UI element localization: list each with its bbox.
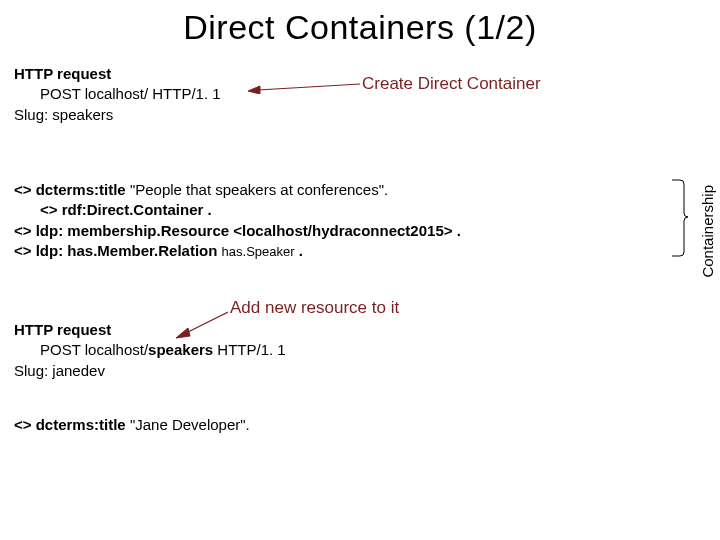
bracket-icon <box>672 178 688 258</box>
body1-line4: <> ldp: has.Member.Relation has.Speaker … <box>14 242 303 259</box>
req1-heading: HTTP request <box>14 65 111 82</box>
body1-line2: <> rdf:Direct.Container . <box>14 200 212 220</box>
containership-label: Containership <box>699 185 716 278</box>
body1-l1-val: "People that speakers at conferences". <box>130 181 388 198</box>
req2-heading: HTTP request <box>14 321 111 338</box>
label-add-new-resource: Add new resource to it <box>230 298 399 318</box>
body2-l1-val: "Jane Developer". <box>130 416 250 433</box>
req2-l1-c: HTTP/1. 1 <box>213 341 286 358</box>
req1-post-line: POST localhost/ HTTP/1. 1 <box>14 84 221 104</box>
body1-l4-pred: <> ldp: has.Member.Relation <box>14 242 217 259</box>
body2-l1-pred: <> dcterms:title <box>14 416 126 433</box>
req2-post-line: POST localhost/speakers HTTP/1. 1 <box>14 340 286 360</box>
req2-l1-a: POST localhost/ <box>40 341 148 358</box>
http-request-1: HTTP request POST localhost/ HTTP/1. 1 S… <box>0 64 660 125</box>
slide-title: Direct Containers (1/2) <box>0 8 720 47</box>
body1-l4-dot: . <box>299 242 303 259</box>
body1-line1: <> dcterms:title "People that speakers a… <box>14 181 388 198</box>
req2-l1-b: speakers <box>148 341 213 358</box>
body1-l4-val: has.Speaker <box>222 244 295 259</box>
request-body-2: <> dcterms:title "Jane Developer". <box>0 415 660 435</box>
http-request-2: HTTP request POST localhost/speakers HTT… <box>0 320 660 381</box>
request-body-1: <> dcterms:title "People that speakers a… <box>0 180 660 261</box>
req1-slug-line: Slug: speakers <box>14 106 113 123</box>
req2-slug-line: Slug: janedev <box>14 362 105 379</box>
body1-l1-pred: <> dcterms:title <box>14 181 126 198</box>
body1-line3: <> ldp: membership.Resource <localhost/h… <box>14 222 461 239</box>
